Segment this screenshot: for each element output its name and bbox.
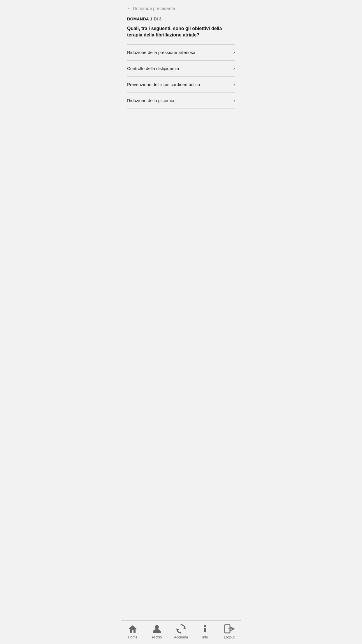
logout-icon xyxy=(224,624,235,634)
answer-item[interactable]: Prevenzione dell’ictus cardioembolico › xyxy=(127,77,235,93)
nav-item-home[interactable]: Home xyxy=(121,624,145,639)
answer-text-4: Riduzione della glicemia xyxy=(127,98,231,103)
answer-text-2: Controllo della dislipidemia xyxy=(127,66,231,71)
nav-label-logout: Logout xyxy=(224,635,235,639)
answer-item[interactable]: Riduzione della glicemia › xyxy=(127,93,235,109)
svg-rect-5 xyxy=(204,625,206,627)
chevron-right-icon: › xyxy=(233,66,235,71)
answer-text-1: Riduzione della pressione arteriosa xyxy=(127,50,231,55)
nav-label-home: Home xyxy=(128,635,137,639)
nav-item-profilo[interactable]: Profilo xyxy=(145,624,169,639)
answer-item[interactable]: Riduzione della pressione arteriosa › xyxy=(127,44,235,61)
question-text: Quali, tra i seguenti, sono gli obiettiv… xyxy=(127,25,235,38)
nav-item-info[interactable]: Info xyxy=(193,624,217,639)
svg-rect-4 xyxy=(204,628,206,632)
nav-label-aggiorna: Aggiorna xyxy=(174,635,188,639)
home-icon xyxy=(127,624,138,634)
info-icon xyxy=(200,624,210,634)
chevron-right-icon: › xyxy=(233,50,235,55)
answer-item[interactable]: Controllo della dislipidemia › xyxy=(127,61,235,77)
back-nav-label: Domanda precedente xyxy=(133,6,175,11)
refresh-icon xyxy=(176,624,186,634)
chevron-right-icon: › xyxy=(233,98,235,103)
svg-marker-0 xyxy=(129,625,137,633)
question-counter: DOMANDA 1 DI 3 xyxy=(127,17,235,21)
answer-text-3: Prevenzione dell’ictus cardioembolico xyxy=(127,82,231,87)
bottom-navigation: Home Profilo Aggiorna I xyxy=(121,620,241,644)
answers-list: Riduzione della pressione arteriosa › Co… xyxy=(127,44,235,109)
profile-icon xyxy=(152,624,162,634)
question-section: DOMANDA 1 DI 3 Quali, tra i seguenti, so… xyxy=(121,14,241,115)
nav-label-profilo: Profilo xyxy=(152,635,162,639)
back-navigation[interactable]: ← Domanda precedente xyxy=(121,0,241,14)
svg-point-1 xyxy=(155,625,159,629)
nav-label-info: Info xyxy=(202,635,208,639)
chevron-right-icon: › xyxy=(233,82,235,87)
back-arrow-icon: ← xyxy=(127,6,131,11)
nav-item-logout[interactable]: Logout xyxy=(217,624,241,639)
nav-item-aggiorna[interactable]: Aggiorna xyxy=(169,624,193,639)
